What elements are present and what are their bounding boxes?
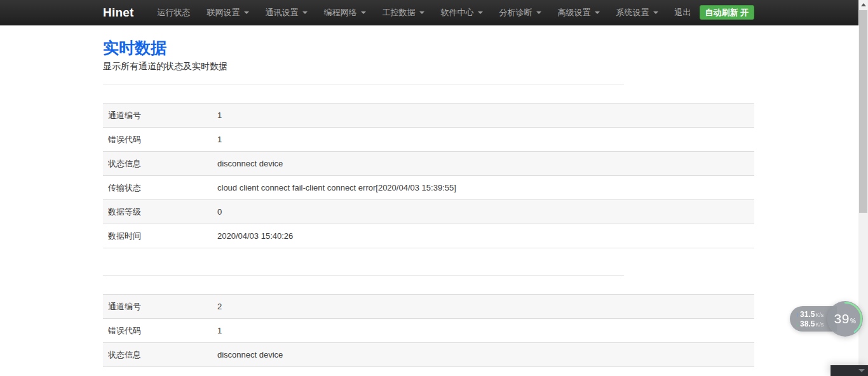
chevron-down-icon: [653, 11, 658, 14]
table-row: 传输状态 cloud client connect fail-client co…: [103, 176, 754, 200]
table-row: 通道编号 2: [103, 295, 754, 319]
chevron-down-icon: [419, 11, 424, 14]
table-row: 数据等级 0: [103, 200, 754, 224]
scrollbar-thumb[interactable]: [859, 10, 867, 213]
table-row: 错误代码 1: [103, 128, 754, 152]
row-label: 状态信息: [103, 343, 217, 367]
row-value: disconnect device: [217, 343, 754, 367]
nav-menu: 运行状态 联网设置 通讯设置 编程网络 工控数据 软件中心 分析诊断 高级设置 …: [149, 0, 700, 25]
channel-table: 通道编号 2 错误代码 1 状态信息 disconnect device: [103, 294, 754, 367]
nav-item-8[interactable]: 系统设置: [608, 0, 667, 25]
table-row: 状态信息 disconnect device: [103, 343, 754, 367]
row-label: 错误代码: [103, 319, 217, 343]
channel-section: 通道编号 1 错误代码 1 状态信息 disconnect device 传输状…: [103, 84, 754, 248]
row-value: 0: [217, 200, 754, 224]
page-subtitle: 显示所有通道的状态及实时数据: [103, 61, 754, 71]
row-value: 1: [217, 104, 754, 128]
scroll-up-arrow-icon: [861, 3, 866, 6]
section-divider: [103, 84, 624, 84]
brand-logo[interactable]: Hinet: [103, 6, 134, 20]
table-row: 状态信息 disconnect device: [103, 152, 754, 176]
row-value: 2020/04/03 15:40:26: [217, 224, 754, 248]
row-value: 1: [217, 128, 754, 152]
nav-item-6[interactable]: 分析诊断: [491, 0, 550, 25]
auto-refresh-toggle-button[interactable]: 自动刷新 开: [700, 5, 755, 20]
nav-item-label: 分析诊断: [499, 7, 532, 18]
chevron-down-icon: [536, 11, 541, 14]
download-speed-value: 38.5: [800, 320, 815, 328]
nav-item-7[interactable]: 高级设置: [550, 0, 608, 25]
gauge-arc-icon: [827, 301, 863, 337]
chevron-down-icon: [361, 11, 366, 14]
nav-item-label: 退出: [675, 7, 691, 18]
row-label: 错误代码: [103, 128, 217, 152]
nav-item-label: 编程网络: [324, 7, 357, 18]
row-value: cloud client connect fail-client connect…: [217, 176, 754, 200]
nav-item-label: 软件中心: [441, 7, 474, 18]
upload-speed-value: 31.5: [800, 311, 815, 318]
scrollbar-up-button[interactable]: [858, 0, 868, 10]
nav-item-5[interactable]: 软件中心: [433, 0, 491, 25]
scroll-down-arrow-icon: [858, 369, 865, 372]
page-title: 实时数据: [103, 39, 754, 57]
download-speed-unit: K/s: [815, 322, 824, 328]
row-value: disconnect device: [217, 152, 754, 176]
row-label: 通道编号: [103, 104, 217, 128]
nav-item-label: 运行状态: [158, 7, 191, 18]
nav-item-2[interactable]: 通讯设置: [257, 0, 316, 25]
table-row: 数据时间 2020/04/03 15:40:26: [103, 224, 754, 248]
nav-item-0[interactable]: 运行状态: [149, 0, 199, 25]
row-label: 数据等级: [103, 200, 217, 224]
row-value: 2: [217, 295, 754, 319]
nav-item-9[interactable]: 退出: [667, 0, 700, 25]
channel-table: 通道编号 1 错误代码 1 状态信息 disconnect device 传输状…: [103, 103, 754, 248]
nav-item-1[interactable]: 联网设置: [199, 0, 257, 25]
channel-sections: 通道编号 1 错误代码 1 状态信息 disconnect device 传输状…: [103, 84, 754, 367]
section-divider: [103, 275, 624, 276]
nav-item-label: 系统设置: [616, 7, 649, 18]
row-label: 状态信息: [103, 152, 217, 176]
percent-gauge[interactable]: 39 %: [827, 301, 863, 337]
top-navbar: Hinet 运行状态 联网设置 通讯设置 编程网络 工控数据 软件中心 分析诊断…: [0, 0, 868, 25]
chevron-down-icon: [478, 11, 483, 14]
row-label: 传输状态: [103, 176, 217, 200]
nav-item-4[interactable]: 工控数据: [374, 0, 433, 25]
chevron-down-icon: [244, 11, 249, 14]
navbar-inner: Hinet 运行状态 联网设置 通讯设置 编程网络 工控数据 软件中心 分析诊断…: [103, 0, 754, 25]
chevron-down-icon: [302, 11, 308, 14]
nav-item-label: 工控数据: [383, 7, 416, 18]
upload-speed-unit: K/s: [815, 312, 824, 318]
table-row: 错误代码 1: [103, 319, 754, 343]
corner-overlay[interactable]: [831, 365, 868, 376]
nav-item-label: 联网设置: [207, 7, 240, 18]
channel-section: 通道编号 2 错误代码 1 状态信息 disconnect device: [103, 275, 754, 367]
upload-arrow-icon: ↑: [796, 312, 799, 318]
row-label: 数据时间: [103, 224, 217, 248]
row-value: 1: [217, 319, 754, 343]
nav-item-label: 高级设置: [558, 7, 591, 18]
table-row: 通道编号 1: [103, 104, 754, 128]
main-content: 实时数据 显示所有通道的状态及实时数据 通道编号 1 错误代码 1 状态信息 d…: [103, 25, 754, 376]
row-label: 通道编号: [103, 295, 217, 319]
nav-item-label: 通讯设置: [266, 7, 299, 18]
download-arrow-icon: ↓: [796, 321, 799, 328]
nav-item-3[interactable]: 编程网络: [316, 0, 374, 25]
chevron-down-icon: [595, 11, 600, 14]
